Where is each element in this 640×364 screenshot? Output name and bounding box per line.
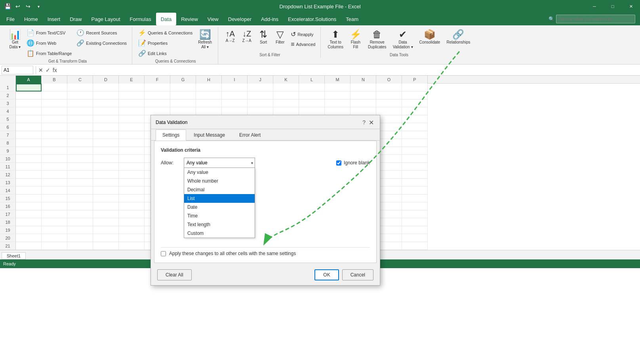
- confirm-formula-icon[interactable]: ✓: [46, 67, 50, 73]
- grid-cell[interactable]: [402, 139, 428, 147]
- grid-cell[interactable]: [248, 84, 273, 91]
- from-table-range-button[interactable]: 📋 From Table/Range: [25, 48, 74, 58]
- row-header-15[interactable]: 15: [0, 194, 16, 202]
- grid-cell[interactable]: [376, 91, 402, 99]
- option-whole-number[interactable]: Whole number: [184, 177, 255, 185]
- grid-cell[interactable]: [402, 218, 428, 226]
- option-time[interactable]: Time: [184, 212, 255, 220]
- grid-cell[interactable]: [93, 218, 119, 226]
- row-header-11[interactable]: 11: [0, 163, 16, 171]
- refresh-all-button[interactable]: 🔄 RefreshAll ▾: [195, 28, 215, 51]
- grid-cell[interactable]: [93, 139, 119, 147]
- sheet-tab-sheet1[interactable]: Sheet1: [2, 252, 26, 259]
- grid-cell[interactable]: [42, 179, 67, 187]
- grid-cell[interactable]: [16, 123, 42, 131]
- grid-cell[interactable]: [42, 171, 67, 179]
- col-header-O[interactable]: O: [376, 76, 402, 84]
- grid-cell[interactable]: [119, 139, 145, 147]
- grid-cell[interactable]: [119, 147, 145, 155]
- grid-cell[interactable]: [16, 218, 42, 226]
- grid-cell[interactable]: [119, 115, 145, 123]
- grid-cell[interactable]: [119, 163, 145, 171]
- grid-cell[interactable]: [350, 99, 376, 107]
- menu-addins[interactable]: Add-ins: [256, 13, 283, 25]
- col-header-H[interactable]: H: [196, 76, 222, 84]
- menu-developer[interactable]: Developer: [223, 13, 256, 25]
- grid-cell[interactable]: [42, 194, 67, 202]
- grid-cell[interactable]: [16, 84, 42, 91]
- dialog-help-button[interactable]: ?: [362, 119, 366, 126]
- grid-cell[interactable]: [42, 226, 67, 234]
- menu-excelerator[interactable]: Excelerator.Solutions: [283, 13, 341, 25]
- menu-view[interactable]: View: [203, 13, 223, 25]
- grid-cell[interactable]: [93, 131, 119, 139]
- grid-cell[interactable]: [67, 179, 93, 187]
- grid-cell[interactable]: [196, 107, 222, 115]
- option-list[interactable]: List: [184, 194, 255, 203]
- grid-cell[interactable]: [67, 131, 93, 139]
- grid-cell[interactable]: [67, 99, 93, 107]
- option-any-value[interactable]: Any value: [184, 168, 255, 177]
- grid-cell[interactable]: [402, 210, 428, 218]
- formula-input[interactable]: [59, 66, 638, 74]
- grid-cell[interactable]: [376, 99, 402, 107]
- grid-cell[interactable]: [93, 210, 119, 218]
- consolidate-button[interactable]: 📦 Consolidate: [417, 28, 443, 47]
- grid-cell[interactable]: [119, 242, 145, 250]
- grid-cell[interactable]: [67, 171, 93, 179]
- grid-cell[interactable]: [93, 194, 119, 202]
- grid-cell[interactable]: [67, 155, 93, 163]
- grid-cell[interactable]: [16, 91, 42, 99]
- grid-cell[interactable]: [222, 84, 248, 91]
- grid-cell[interactable]: [16, 99, 42, 107]
- tab-error-alert[interactable]: Error Alert: [232, 130, 267, 141]
- grid-cell[interactable]: [248, 91, 273, 99]
- grid-cell[interactable]: [42, 99, 67, 107]
- row-header-14[interactable]: 14: [0, 187, 16, 194]
- from-text-csv-button[interactable]: 📄 From Text/CSV: [25, 28, 74, 38]
- ok-button[interactable]: OK: [314, 269, 339, 280]
- row-header-21[interactable]: 21: [0, 242, 16, 250]
- row-header-17[interactable]: 17: [0, 210, 16, 218]
- grid-cell[interactable]: [16, 171, 42, 179]
- grid-cell[interactable]: [16, 147, 42, 155]
- grid-cell[interactable]: [16, 179, 42, 187]
- grid-cell[interactable]: [93, 107, 119, 115]
- grid-cell[interactable]: [299, 107, 325, 115]
- col-header-A[interactable]: A: [16, 76, 42, 84]
- grid-cell[interactable]: [67, 218, 93, 226]
- row-header-9[interactable]: 9: [0, 147, 16, 155]
- grid-cell[interactable]: [42, 218, 67, 226]
- grid-cell[interactable]: [119, 194, 145, 202]
- flash-fill-button[interactable]: ⚡ FlashFill: [347, 28, 364, 51]
- col-header-M[interactable]: M: [325, 76, 350, 84]
- allow-dropdown-list[interactable]: Any value Whole number Decimal List Date…: [184, 168, 255, 238]
- grid-cell[interactable]: [93, 91, 119, 99]
- grid-cell[interactable]: [42, 202, 67, 210]
- grid-cell[interactable]: [93, 147, 119, 155]
- clear-all-button[interactable]: Clear All: [157, 269, 192, 280]
- col-header-I[interactable]: I: [222, 76, 248, 84]
- close-button[interactable]: ✕: [622, 0, 640, 13]
- grid-cell[interactable]: [402, 242, 428, 250]
- grid-cell[interactable]: [119, 91, 145, 99]
- grid-cell[interactable]: [67, 187, 93, 194]
- grid-cell[interactable]: [119, 179, 145, 187]
- grid-cell[interactable]: [222, 107, 248, 115]
- edit-links-button[interactable]: 🔗 Edit Links: [136, 48, 194, 58]
- grid-cell[interactable]: [273, 91, 299, 99]
- col-header-B[interactable]: B: [42, 76, 67, 84]
- grid-cell[interactable]: [248, 107, 273, 115]
- grid-cell[interactable]: [93, 155, 119, 163]
- apply-changes-checkbox[interactable]: [161, 251, 166, 256]
- row-header-2[interactable]: 2: [0, 91, 16, 99]
- text-to-columns-button[interactable]: ⬆ Text toColumns: [325, 28, 346, 51]
- tab-input-message[interactable]: Input Message: [187, 130, 232, 141]
- grid-cell[interactable]: [42, 115, 67, 123]
- row-header-13[interactable]: 13: [0, 179, 16, 187]
- grid-cell[interactable]: [42, 147, 67, 155]
- grid-cell[interactable]: [222, 91, 248, 99]
- grid-cell[interactable]: [325, 99, 350, 107]
- grid-cell[interactable]: [67, 194, 93, 202]
- grid-cell[interactable]: [67, 91, 93, 99]
